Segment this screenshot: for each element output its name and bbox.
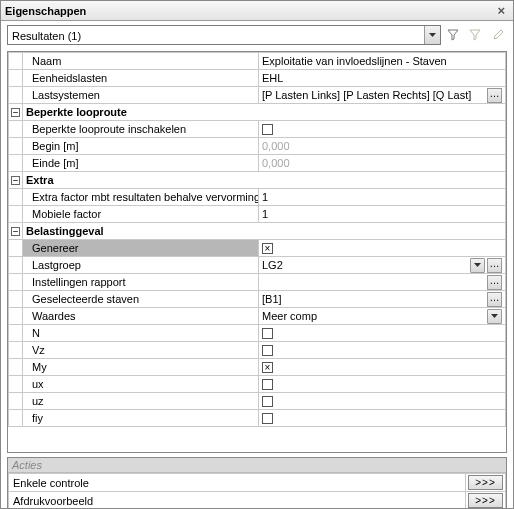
- action-label: Enkele controle: [9, 474, 466, 492]
- row-fiy: fiy: [9, 410, 506, 427]
- label: Beperkte looproute inschakelen: [26, 123, 186, 135]
- label: Extra factor mbt resultaten behalve verv…: [26, 191, 259, 203]
- value[interactable]: LG2 …: [259, 257, 506, 274]
- label: Naam: [26, 55, 61, 67]
- value[interactable]: 1: [259, 189, 506, 206]
- checkbox-icon[interactable]: [262, 345, 273, 356]
- row-my: My ×: [9, 359, 506, 376]
- value[interactable]: [259, 410, 506, 427]
- close-icon[interactable]: ×: [493, 3, 509, 18]
- value[interactable]: Exploitatie van invloedslijnen - Staven: [259, 53, 506, 70]
- chevron-down-icon[interactable]: [470, 258, 485, 273]
- checkbox-icon[interactable]: [262, 413, 273, 424]
- label: Lastgroep: [26, 259, 81, 271]
- value[interactable]: ×: [259, 240, 506, 257]
- row-extra-factor: Extra factor mbt resultaten behalve verv…: [9, 189, 506, 206]
- value[interactable]: [259, 121, 506, 138]
- edit-icon[interactable]: [489, 25, 507, 45]
- label: Einde [m]: [26, 157, 78, 169]
- row-instellingen-rapport: Instellingen rapport …: [9, 274, 506, 291]
- label: Geselecteerde staven: [26, 293, 139, 305]
- group-header: Beperkte looproute: [23, 104, 506, 121]
- row-n: N: [9, 325, 506, 342]
- value[interactable]: Meer comp: [259, 308, 506, 325]
- label: Eenheidslasten: [26, 72, 107, 84]
- row-mobiele-factor: Mobiele factor 1: [9, 206, 506, 223]
- row-genereer: Genereer ×: [9, 240, 506, 257]
- label: fiy: [26, 412, 43, 424]
- ellipsis-button[interactable]: …: [487, 258, 502, 273]
- value[interactable]: [259, 376, 506, 393]
- collapse-icon[interactable]: −: [11, 227, 20, 236]
- value[interactable]: [259, 342, 506, 359]
- run-button[interactable]: >>>: [468, 475, 503, 490]
- value: 0,000: [259, 138, 506, 155]
- value: 0,000: [259, 155, 506, 172]
- label: ux: [26, 378, 44, 390]
- row-waardes: Waardes Meer comp: [9, 308, 506, 325]
- action-enkele-controle: Enkele controle >>>: [9, 474, 506, 492]
- ellipsis-button[interactable]: …: [487, 88, 502, 103]
- value[interactable]: EHL: [259, 70, 506, 87]
- funnel-clear-icon[interactable]: [467, 25, 485, 45]
- label: Begin [m]: [26, 140, 78, 152]
- label: My: [26, 361, 47, 373]
- row-eenheidslasten: Eenheidslasten EHL: [9, 70, 506, 87]
- checkbox-icon[interactable]: [262, 124, 273, 135]
- label: Mobiele factor: [26, 208, 101, 220]
- row-extra-header: − Extra: [9, 172, 506, 189]
- chevron-down-icon[interactable]: [487, 309, 502, 324]
- label: Vz: [26, 344, 45, 356]
- row-lastgroep: Lastgroep LG2 …: [9, 257, 506, 274]
- label: Lastsystemen: [26, 89, 100, 101]
- label: N: [26, 327, 40, 339]
- row-beperkte-inschakelen: Beperkte looproute inschakelen: [9, 121, 506, 138]
- label: Instellingen rapport: [26, 276, 126, 288]
- checkbox-icon[interactable]: ×: [262, 243, 273, 254]
- row-einde: Einde [m] 0,000: [9, 155, 506, 172]
- row-belastinggeval-header: − Belastinggeval: [9, 223, 506, 240]
- checkbox-icon[interactable]: [262, 379, 273, 390]
- value[interactable]: [259, 393, 506, 410]
- window-title: Eigenschappen: [5, 5, 493, 17]
- value[interactable]: [259, 325, 506, 342]
- row-naam: Naam Exploitatie van invloedslijnen - St…: [9, 53, 506, 70]
- value[interactable]: [P Lasten Links] [P Lasten Rechts] [Q La…: [259, 87, 506, 104]
- row-ux: ux: [9, 376, 506, 393]
- label: Waardes: [26, 310, 76, 322]
- ellipsis-button[interactable]: …: [487, 292, 502, 307]
- checkbox-icon[interactable]: [262, 328, 273, 339]
- ellipsis-button[interactable]: …: [487, 275, 502, 290]
- actions-panel: Acties Enkele controle >>> Afdrukvoorbee…: [7, 457, 507, 509]
- value[interactable]: 1: [259, 206, 506, 223]
- chevron-down-icon[interactable]: [424, 26, 440, 44]
- label: uz: [26, 395, 44, 407]
- row-beperkte-looproute-header: − Beperkte looproute: [9, 104, 506, 121]
- value[interactable]: ×: [259, 359, 506, 376]
- collapse-icon[interactable]: −: [11, 176, 20, 185]
- selector-combo-text: Resultaten (1): [8, 26, 424, 44]
- checkbox-icon[interactable]: ×: [262, 362, 273, 373]
- label: Genereer: [26, 242, 78, 254]
- value[interactable]: …: [259, 274, 506, 291]
- action-label: Afdrukvoorbeeld: [9, 492, 466, 510]
- row-geselecteerde-staven: Geselecteerde staven [B1] …: [9, 291, 506, 308]
- row-uz: uz: [9, 393, 506, 410]
- funnel-add-icon[interactable]: [445, 25, 463, 45]
- action-afdrukvoorbeeld: Afdrukvoorbeeld >>>: [9, 492, 506, 510]
- actions-header: Acties: [8, 458, 506, 473]
- value[interactable]: [B1] …: [259, 291, 506, 308]
- row-lastsystemen: Lastsystemen [P Lasten Links] [P Lasten …: [9, 87, 506, 104]
- checkbox-icon[interactable]: [262, 396, 273, 407]
- row-begin: Begin [m] 0,000: [9, 138, 506, 155]
- selector-combo[interactable]: Resultaten (1): [7, 25, 441, 45]
- collapse-icon[interactable]: −: [11, 108, 20, 117]
- group-header: Belastinggeval: [23, 223, 506, 240]
- row-vz: Vz: [9, 342, 506, 359]
- property-grid: Naam Exploitatie van invloedslijnen - St…: [7, 51, 507, 453]
- group-header: Extra: [23, 172, 506, 189]
- run-button[interactable]: >>>: [468, 493, 503, 508]
